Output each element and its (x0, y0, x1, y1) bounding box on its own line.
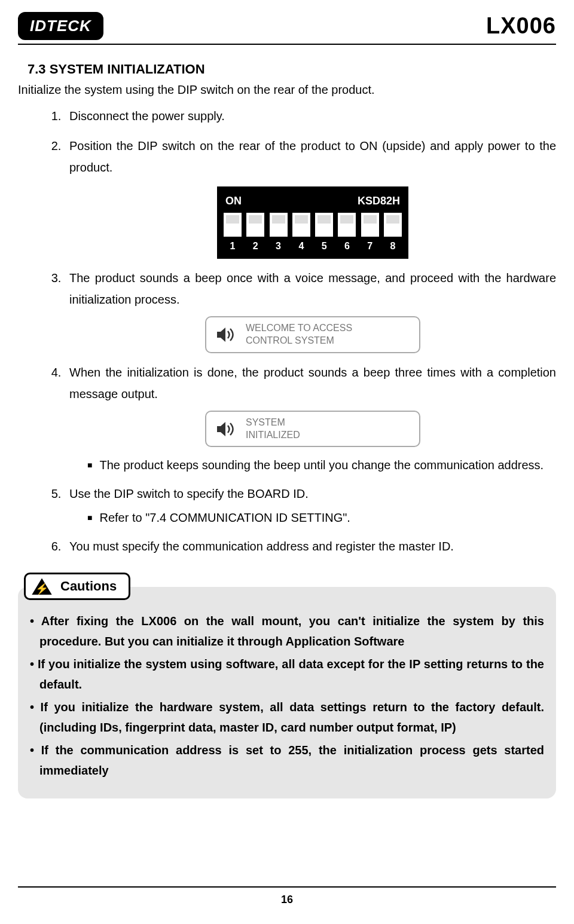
dip-number: 6 (344, 238, 350, 255)
step-4: When the initialization is done, the pro… (65, 362, 556, 475)
step-4-text: When the initialization is done, the pro… (69, 366, 556, 400)
step-5: Use the DIP switch to specify the BOARD … (65, 483, 556, 527)
step-5-text: Use the DIP switch to specify the BOARD … (69, 487, 309, 500)
dip-box-icon (224, 213, 242, 237)
step-5-sublist: Refer to "7.4 COMMUNICATION ID SETTING". (69, 508, 556, 527)
dip-slot: 7 (361, 213, 380, 255)
dip-slot: 1 (223, 213, 242, 255)
init-line-1: SYSTEM (246, 417, 300, 429)
initialized-message-text: SYSTEM INITIALIZED (246, 417, 300, 442)
dip-slot: 6 (337, 213, 356, 255)
dip-on-label: ON (225, 191, 242, 210)
welcome-message-box: WELCOME TO ACCESS CONTROL SYSTEM (205, 316, 420, 353)
dip-number: 1 (230, 238, 236, 255)
cautions-badge: ⚡ Cautions (24, 573, 130, 600)
caution-item: • If you initialize the system using sof… (30, 654, 544, 694)
step-6: You must specify the communication addre… (65, 536, 556, 557)
steps-list: Disconnect the power supply. Position th… (18, 105, 556, 557)
step-2: Position the DIP switch on the rear of t… (65, 135, 556, 259)
welcome-message-text: WELCOME TO ACCESS CONTROL SYSTEM (246, 322, 352, 347)
init-line-2: INITIALIZED (246, 429, 300, 442)
step-4-bullet: The product keeps sounding the beep unti… (87, 455, 556, 475)
step-2-text: Position the DIP switch on the rear of t… (69, 139, 556, 174)
dip-switch-row: 1 2 3 4 5 6 7 8 (223, 213, 402, 255)
step-3: The product sounds a beep once with a vo… (65, 267, 556, 353)
caution-item: • If the communication address is set to… (30, 740, 544, 781)
dip-switch-figure: ON KSD82H 1 2 3 4 5 6 7 8 (217, 186, 408, 259)
section-intro: Initialize the system using the DIP swit… (18, 83, 556, 97)
welcome-line-1: WELCOME TO ACCESS (246, 322, 352, 335)
dip-number: 3 (276, 238, 281, 255)
caution-item: • After fixing the LX006 on the wall mou… (30, 611, 544, 651)
dip-box-icon (361, 213, 379, 237)
caution-item: • If you initialize the hardware system,… (30, 697, 544, 738)
dip-box-icon (246, 213, 264, 237)
dip-number: 8 (390, 238, 396, 255)
step-1: Disconnect the power supply. (65, 105, 556, 127)
cautions-title: Cautions (60, 579, 117, 594)
dip-number: 4 (298, 238, 304, 255)
dip-slot: 2 (246, 213, 265, 255)
cautions-section: ⚡ Cautions • After fixing the LX006 on t… (18, 573, 556, 798)
dip-box-icon (384, 213, 402, 237)
dip-box-icon (315, 213, 333, 237)
dip-box-icon (338, 213, 356, 237)
page-header: IDTECK LX006 (18, 12, 556, 45)
dip-slot: 8 (383, 213, 402, 255)
initialized-message-box: SYSTEM INITIALIZED (205, 411, 420, 448)
speaker-icon (215, 324, 236, 345)
product-code: LX006 (486, 13, 556, 39)
dip-model-label: KSD82H (358, 191, 400, 210)
dip-box-icon (292, 213, 310, 237)
cautions-body: • After fixing the LX006 on the wall mou… (18, 587, 556, 798)
page-footer: 16 (18, 886, 556, 906)
section-heading: 7.3 SYSTEM INITIALIZATION (28, 62, 556, 77)
brand-logo: IDTECK (18, 12, 103, 40)
dip-number: 7 (367, 238, 373, 255)
dip-number: 5 (322, 238, 327, 255)
dip-slot: 5 (315, 213, 334, 255)
page-number: 16 (281, 894, 293, 905)
welcome-line-2: CONTROL SYSTEM (246, 335, 352, 347)
step-3-text: The product sounds a beep once with a vo… (69, 271, 556, 306)
dip-number: 2 (253, 238, 258, 255)
dip-box-icon (270, 213, 288, 237)
lightning-warning-icon: ⚡ (32, 578, 52, 595)
dip-slot: 3 (269, 213, 288, 255)
step-5-bullet: Refer to "7.4 COMMUNICATION ID SETTING". (87, 508, 556, 527)
speaker-icon (215, 418, 236, 440)
dip-slot: 4 (292, 213, 311, 255)
step-4-sublist: The product keeps sounding the beep unti… (69, 455, 556, 475)
